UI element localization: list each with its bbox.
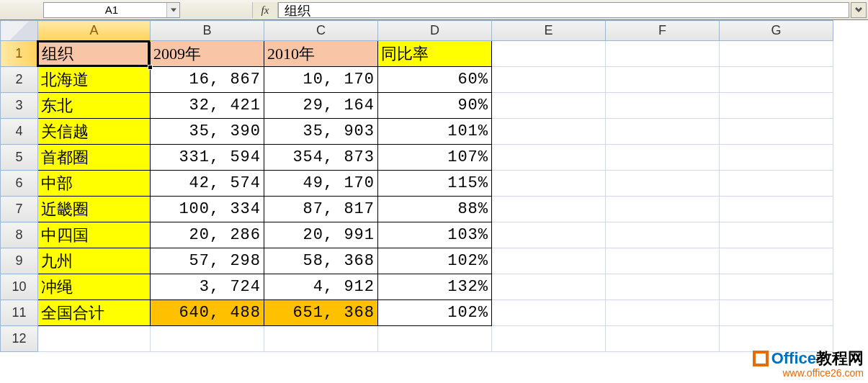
cell-G11[interactable] [720,300,833,326]
cell-D12[interactable] [378,326,492,352]
cell-E11[interactable] [492,300,606,326]
row-header-12[interactable]: 12 [1,326,38,352]
cell-A2[interactable]: 北海道 [38,67,151,93]
cell-A1[interactable]: 组织 [38,41,151,67]
cell-F4[interactable] [606,119,720,145]
cell-F9[interactable] [606,248,720,274]
cell-C2[interactable]: 10, 170 [264,67,378,93]
cell-A9[interactable]: 九州 [38,248,151,274]
row-header-1[interactable]: 1 [1,41,38,67]
row-header-9[interactable]: 9 [1,248,38,274]
column-header-F[interactable]: F [606,21,720,41]
cell-B10[interactable]: 3, 724 [151,274,264,300]
cell-C9[interactable]: 58, 368 [264,248,378,274]
cell-E6[interactable] [492,171,606,197]
row-header-3[interactable]: 3 [1,93,38,119]
cell-G5[interactable] [720,145,833,171]
cell-G1[interactable] [720,41,833,67]
cell-A12[interactable] [38,326,151,352]
row-header-10[interactable]: 10 [1,274,38,300]
cell-C3[interactable]: 29, 164 [264,93,378,119]
cell-G12[interactable] [720,326,833,352]
cell-E1[interactable] [492,41,606,67]
cell-F5[interactable] [606,145,720,171]
name-box[interactable]: A1 [43,2,180,18]
cell-G10[interactable] [720,274,833,300]
formula-input[interactable]: 组织 [278,2,849,18]
cell-E12[interactable] [492,326,606,352]
cell-B1[interactable]: 2009年 [151,41,264,67]
cell-F12[interactable] [606,326,720,352]
cell-D2[interactable]: 60% [378,67,492,93]
cell-C8[interactable]: 20, 991 [264,222,378,248]
cell-F1[interactable] [606,41,720,67]
cell-D11[interactable]: 102% [378,300,492,326]
row-header-5[interactable]: 5 [1,145,38,171]
cell-C7[interactable]: 87, 817 [264,197,378,222]
cell-E4[interactable] [492,119,606,145]
cell-E10[interactable] [492,274,606,300]
column-header-E[interactable]: E [492,21,606,41]
cell-D10[interactable]: 132% [378,274,492,300]
cell-B8[interactable]: 20, 286 [151,222,264,248]
cell-D7[interactable]: 88% [378,197,492,222]
cell-A8[interactable]: 中四国 [38,222,151,248]
cell-E7[interactable] [492,197,606,222]
cell-F11[interactable] [606,300,720,326]
cell-G3[interactable] [720,93,833,119]
cell-B11[interactable]: 640, 488 [151,300,264,326]
cell-F6[interactable] [606,171,720,197]
cell-A6[interactable]: 中部 [38,171,151,197]
cell-E3[interactable] [492,93,606,119]
name-box-dropdown[interactable] [166,3,179,17]
column-header-B[interactable]: B [151,21,264,41]
row-header-2[interactable]: 2 [1,67,38,93]
cell-G8[interactable] [720,222,833,248]
cell-C10[interactable]: 4, 912 [264,274,378,300]
fx-button[interactable]: fx [252,2,278,18]
column-header-G[interactable]: G [720,21,833,41]
cell-D3[interactable]: 90% [378,93,492,119]
cell-E8[interactable] [492,222,606,248]
cell-B3[interactable]: 32, 421 [151,93,264,119]
cell-A3[interactable]: 东北 [38,93,151,119]
cell-B2[interactable]: 16, 867 [151,67,264,93]
row-header-11[interactable]: 11 [1,300,38,326]
cell-B5[interactable]: 331, 594 [151,145,264,171]
cell-E5[interactable] [492,145,606,171]
cell-F3[interactable] [606,93,720,119]
cell-C11[interactable]: 651, 368 [264,300,378,326]
cell-G7[interactable] [720,197,833,222]
cell-E2[interactable] [492,67,606,93]
spreadsheet-grid[interactable]: A B C D E F G 1 组织 2009年 2010年 同比率 2 北海道… [0,20,868,352]
cell-G9[interactable] [720,248,833,274]
cell-B12[interactable] [151,326,264,352]
cell-F8[interactable] [606,222,720,248]
cell-C5[interactable]: 354, 873 [264,145,378,171]
cell-C12[interactable] [264,326,378,352]
cell-F10[interactable] [606,274,720,300]
cell-B9[interactable]: 57, 298 [151,248,264,274]
row-header-8[interactable]: 8 [1,222,38,248]
cell-D5[interactable]: 107% [378,145,492,171]
formula-bar-expand[interactable] [851,2,867,18]
cell-B4[interactable]: 35, 390 [151,119,264,145]
row-header-6[interactable]: 6 [1,171,38,197]
cell-D6[interactable]: 115% [378,171,492,197]
cell-A5[interactable]: 首都圈 [38,145,151,171]
column-header-C[interactable]: C [264,21,378,41]
cell-A11[interactable]: 全国合计 [38,300,151,326]
cell-B7[interactable]: 100, 334 [151,197,264,222]
cell-F2[interactable] [606,67,720,93]
cell-D8[interactable]: 103% [378,222,492,248]
cell-D4[interactable]: 101% [378,119,492,145]
row-header-4[interactable]: 4 [1,119,38,145]
column-header-A[interactable]: A [38,21,151,41]
cell-D1[interactable]: 同比率 [378,41,492,67]
cell-C1[interactable]: 2010年 [264,41,378,67]
cell-G2[interactable] [720,67,833,93]
cell-F7[interactable] [606,197,720,222]
row-header-7[interactable]: 7 [1,197,38,222]
cell-D9[interactable]: 102% [378,248,492,274]
cell-E9[interactable] [492,248,606,274]
